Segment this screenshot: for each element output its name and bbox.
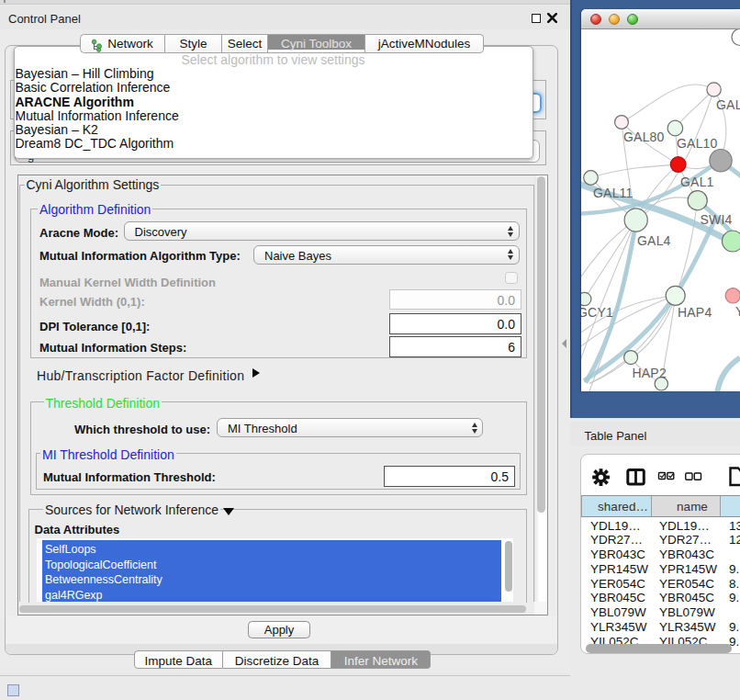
svg-text:GCY1: GCY1 bbox=[581, 304, 613, 319]
svg-text:GAL4: GAL4 bbox=[637, 232, 671, 247]
svg-text:Y: Y bbox=[735, 303, 740, 318]
svg-text:GAL1: GAL1 bbox=[680, 174, 714, 188]
svg-text:HAP2: HAP2 bbox=[633, 365, 667, 379]
svg-text:HAP4: HAP4 bbox=[678, 304, 712, 319]
svg-text:GAL: GAL bbox=[716, 97, 740, 112]
svg-text:GAL11: GAL11 bbox=[593, 185, 633, 199]
svg-text:SWI4: SWI4 bbox=[701, 211, 733, 226]
svg-text:GAL80: GAL80 bbox=[623, 129, 665, 143]
svg-text:GAL10: GAL10 bbox=[677, 136, 718, 151]
